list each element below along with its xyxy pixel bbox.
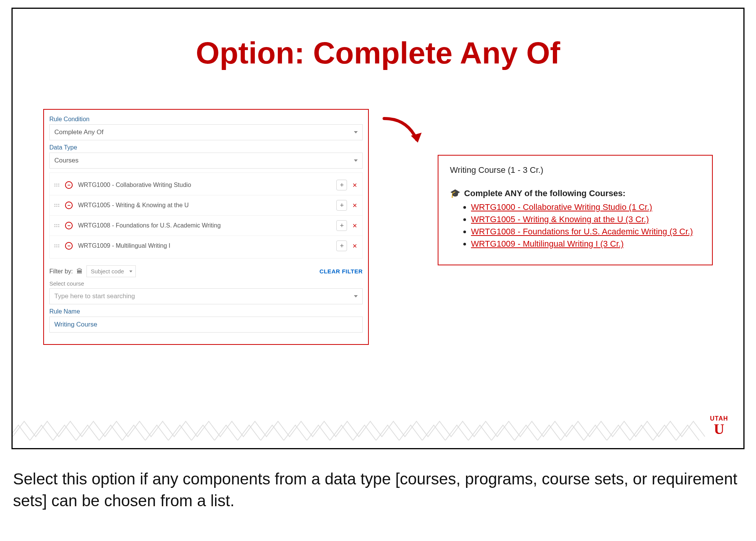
drag-handle-icon[interactable] xyxy=(54,223,60,229)
course-links-list: WRTG1000 - Collaborative Writing Studio … xyxy=(450,202,701,249)
rule-editor-panel: Rule Condition Complete Any Of Data Type… xyxy=(43,109,369,345)
list-item: WRTG1005 - Writing & Knowing at the U (3… xyxy=(471,214,701,224)
course-row: − WRTG1005 - Writing & Knowing at the U … xyxy=(50,195,362,216)
course-name: WRTG1000 - Collaborative Writing Studio xyxy=(78,182,336,188)
course-link[interactable]: WRTG1008 - Foundations for U.S. Academic… xyxy=(471,227,693,236)
arrow-icon xyxy=(380,109,426,153)
row-actions: + × xyxy=(336,180,358,190)
course-link[interactable]: WRTG1005 - Writing & Knowing at the U (3… xyxy=(471,214,649,224)
delete-button[interactable]: × xyxy=(351,201,358,210)
list-item: WRTG1000 - Collaborative Writing Studio … xyxy=(471,202,701,212)
utah-logo-u: U xyxy=(711,423,727,437)
slide-title: Option: Complete Any Of xyxy=(28,36,728,71)
remove-icon[interactable]: − xyxy=(65,181,73,189)
rule-name-label: Rule Name xyxy=(49,308,363,315)
data-type-select[interactable]: Courses xyxy=(49,153,363,169)
add-button[interactable]: + xyxy=(336,200,347,211)
list-item: WRTG1009 - Multilingual Writing I (3 Cr.… xyxy=(471,239,701,249)
course-link[interactable]: WRTG1000 - Collaborative Writing Studio … xyxy=(471,202,652,212)
course-row: − WRTG1000 - Collaborative Writing Studi… xyxy=(50,175,362,195)
utah-logo: UTAH U xyxy=(710,415,728,437)
row-actions: + × xyxy=(336,220,358,231)
filter-by-label: Filter by: xyxy=(49,268,73,275)
course-search-input[interactable]: Type here to start searching xyxy=(49,288,363,304)
delete-button[interactable]: × xyxy=(351,221,358,230)
slide: Option: Complete Any Of Rule Condition C… xyxy=(11,8,745,449)
add-button[interactable]: + xyxy=(336,240,347,251)
subject-code-select[interactable]: Subject code xyxy=(86,265,136,277)
delete-button[interactable]: × xyxy=(351,242,358,250)
rule-condition-label: Rule Condition xyxy=(49,116,363,123)
clear-filter-button[interactable]: CLEAR FILTER xyxy=(319,268,363,275)
remove-icon[interactable]: − xyxy=(65,201,73,209)
row-actions: + × xyxy=(336,240,358,251)
remove-icon[interactable]: − xyxy=(65,222,73,229)
preview-panel: Writing Course (1 - 3 Cr.) 🎓 Complete AN… xyxy=(438,155,713,265)
row-actions: + × xyxy=(336,200,358,211)
rule-name-input[interactable]: Writing Course xyxy=(49,317,363,333)
delete-button[interactable]: × xyxy=(351,181,358,190)
graduation-cap-icon: 🎓 xyxy=(450,188,460,198)
drag-handle-icon[interactable] xyxy=(54,202,60,208)
instruction-text: Select this option if any components fro… xyxy=(11,468,745,512)
add-button[interactable]: + xyxy=(336,180,347,190)
course-list: − WRTG1000 - Collaborative Writing Studi… xyxy=(49,172,363,258)
course-row: − WRTG1008 - Foundations for U.S. Academ… xyxy=(50,216,362,236)
select-course-label: Select course xyxy=(49,280,363,287)
course-link[interactable]: WRTG1009 - Multilingual Writing I (3 Cr.… xyxy=(471,239,624,249)
content-row: Rule Condition Complete Any Of Data Type… xyxy=(28,109,728,345)
data-type-label: Data Type xyxy=(49,144,363,151)
mountain-pattern xyxy=(13,414,743,440)
preview-header: Writing Course (1 - 3 Cr.) xyxy=(450,165,701,175)
course-name: WRTG1005 - Writing & Knowing at the U xyxy=(78,202,336,209)
course-row: − WRTG1009 - Multilingual Writing I + × xyxy=(50,236,362,256)
add-button[interactable]: + xyxy=(336,220,347,231)
filter-row: Filter by: 🏛 Subject code CLEAR FILTER xyxy=(49,265,363,277)
drag-handle-icon[interactable] xyxy=(54,243,60,249)
course-name: WRTG1008 - Foundations for U.S. Academic… xyxy=(78,222,336,229)
rule-condition-select[interactable]: Complete Any Of xyxy=(49,124,363,140)
complete-label: Complete ANY of the following Courses: xyxy=(464,188,626,198)
institution-icon[interactable]: 🏛 xyxy=(77,268,83,275)
remove-icon[interactable]: − xyxy=(65,242,73,250)
drag-handle-icon[interactable] xyxy=(54,182,60,188)
course-name: WRTG1009 - Multilingual Writing I xyxy=(78,242,336,249)
list-item: WRTG1008 - Foundations for U.S. Academic… xyxy=(471,227,701,237)
complete-line: 🎓 Complete ANY of the following Courses: xyxy=(450,188,701,198)
